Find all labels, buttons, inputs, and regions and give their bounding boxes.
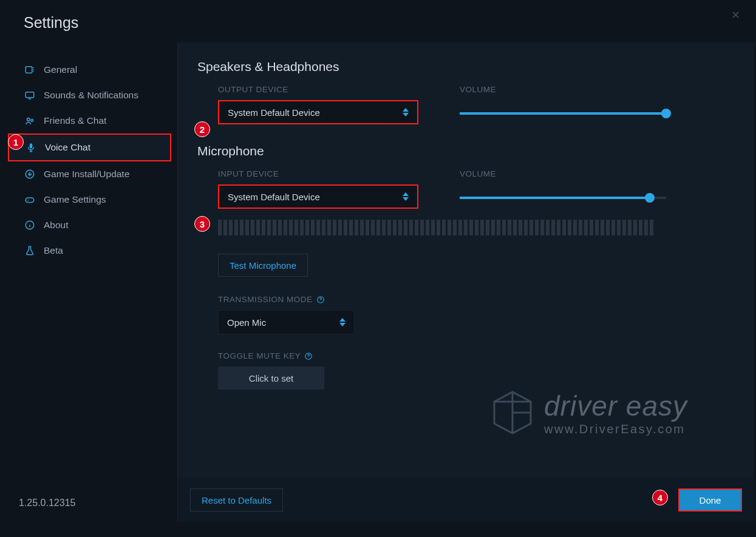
sidebar-item-sounds[interactable]: Sounds & Notifications bbox=[2, 83, 177, 108]
svg-point-3 bbox=[31, 119, 33, 121]
sidebar-item-beta[interactable]: Beta bbox=[2, 238, 177, 263]
spinner-icon bbox=[339, 318, 346, 326]
sidebar-item-label: Game Settings bbox=[44, 194, 106, 205]
output-device-dropdown[interactable]: System Default Device bbox=[218, 100, 418, 124]
mute-key-button[interactable]: Click to set bbox=[218, 366, 324, 390]
input-volume-slider[interactable] bbox=[460, 197, 666, 199]
sidebar-item-label: Friends & Chat bbox=[44, 115, 106, 126]
annotation-3: 3 bbox=[194, 216, 210, 232]
sidebar-item-label: Voice Chat bbox=[45, 142, 90, 153]
mute-key-label: TOGGLE MUTE KEY bbox=[218, 351, 754, 360]
mic-icon bbox=[26, 142, 36, 153]
sidebar-item-label: Sounds & Notifications bbox=[44, 90, 138, 101]
output-heading: Speakers & Headphones bbox=[197, 59, 754, 74]
sidebar-item-general[interactable]: General bbox=[2, 57, 177, 83]
transmission-value: Open Mic bbox=[227, 317, 266, 328]
close-icon[interactable]: ✕ bbox=[731, 8, 740, 22]
spinner-icon bbox=[403, 192, 409, 201]
svg-rect-1 bbox=[26, 92, 34, 98]
help-icon[interactable] bbox=[316, 296, 325, 304]
flask-icon bbox=[24, 245, 35, 256]
sidebar-item-label: About bbox=[44, 220, 69, 231]
input-volume-label: VOLUME bbox=[460, 169, 678, 178]
version-text: 1.25.0.12315 bbox=[19, 498, 75, 508]
svg-rect-4 bbox=[30, 143, 33, 148]
svg-rect-0 bbox=[26, 67, 32, 73]
watermark-main: driver easy bbox=[544, 390, 687, 422]
watermark: driver easy www.DriverEasy.com bbox=[491, 388, 687, 437]
input-device-label: INPUT DEVICE bbox=[218, 169, 431, 178]
output-volume-label: VOLUME bbox=[460, 85, 678, 94]
sidebar-item-label: Game Install/Update bbox=[44, 169, 129, 180]
footer: Reset to Defaults Done bbox=[178, 478, 754, 522]
content-panel: Speakers & Headphones OUTPUT DEVICE Syst… bbox=[178, 42, 754, 522]
sidebar-item-label: Beta bbox=[44, 245, 63, 256]
game-icon bbox=[24, 194, 35, 205]
svg-point-2 bbox=[27, 118, 30, 121]
general-icon bbox=[24, 64, 35, 75]
spinner-icon bbox=[403, 108, 409, 117]
mic-level-meter bbox=[218, 220, 754, 235]
input-device-dropdown[interactable]: System Default Device bbox=[218, 184, 418, 209]
input-device-value: System Default Device bbox=[228, 192, 320, 202]
svg-rect-6 bbox=[26, 198, 34, 203]
annotation-4: 4 bbox=[652, 490, 668, 505]
output-device-label: OUTPUT DEVICE bbox=[218, 85, 431, 94]
transmission-label: TRANSMISSION MODE bbox=[218, 295, 754, 304]
done-button[interactable]: Done bbox=[678, 488, 742, 512]
test-microphone-button[interactable]: Test Microphone bbox=[218, 254, 308, 277]
input-heading: Microphone bbox=[197, 144, 754, 158]
sidebar-item-game-settings[interactable]: Game Settings bbox=[2, 187, 177, 212]
sounds-icon bbox=[24, 90, 35, 101]
page-title: Settings bbox=[2, 2, 754, 42]
sidebar: General Sounds & Notifications Friends &… bbox=[2, 42, 178, 522]
sidebar-item-label: General bbox=[44, 64, 77, 75]
annotation-2: 2 bbox=[194, 121, 210, 137]
help-icon[interactable] bbox=[304, 352, 313, 360]
sidebar-item-about[interactable]: About bbox=[2, 212, 177, 238]
annotation-1: 1 bbox=[8, 134, 24, 150]
sidebar-item-friends[interactable]: Friends & Chat bbox=[2, 108, 177, 133]
info-icon bbox=[24, 220, 35, 231]
output-device-value: System Default Device bbox=[228, 107, 320, 118]
watermark-sub: www.DriverEasy.com bbox=[544, 422, 687, 436]
watermark-logo-icon bbox=[491, 388, 534, 437]
sidebar-item-install[interactable]: Game Install/Update bbox=[2, 161, 177, 187]
download-icon bbox=[24, 169, 35, 180]
sidebar-item-voice-chat[interactable]: Voice Chat bbox=[8, 133, 171, 161]
output-volume-slider[interactable] bbox=[460, 112, 666, 115]
transmission-mode-dropdown[interactable]: Open Mic bbox=[218, 310, 355, 334]
reset-button[interactable]: Reset to Defaults bbox=[190, 488, 283, 512]
friends-icon bbox=[24, 115, 35, 126]
